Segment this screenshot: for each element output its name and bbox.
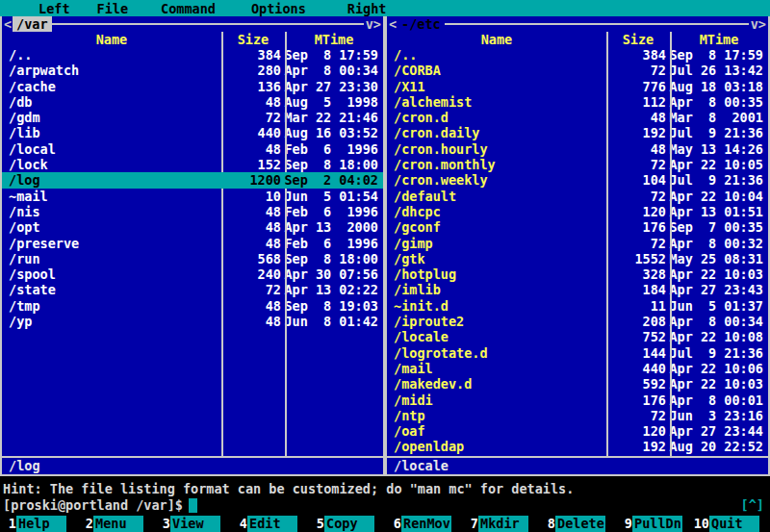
fkey-label: Delete xyxy=(555,516,605,532)
file-size: 48 xyxy=(221,314,281,329)
right-panel-path[interactable]: -/etc xyxy=(398,16,445,32)
border-line xyxy=(2,23,383,25)
file-size: 48 xyxy=(221,219,281,235)
mini-status: /log xyxy=(2,458,383,474)
column-header-mtime[interactable]: MTime xyxy=(670,32,768,47)
file-mtime: Jul 9 21:36 xyxy=(666,345,768,361)
file-row[interactable]: /gimp72Apr 8 00:32 xyxy=(387,236,768,251)
column-header-size[interactable]: Size xyxy=(606,32,670,47)
file-row[interactable]: /gconf176Sep 7 00:35 xyxy=(387,219,768,235)
fkey-edit-button[interactable]: 4Edit xyxy=(231,516,308,532)
file-mtime: Sep 8 18:00 xyxy=(281,157,383,172)
file-row[interactable]: /gtk1552May 25 08:31 xyxy=(387,251,768,266)
file-row[interactable]: /cache136Apr 27 23:30 xyxy=(2,79,383,94)
file-row[interactable]: /cron.hourly48May 13 14:26 xyxy=(387,141,768,157)
file-row[interactable]: /ntp72Jun 3 23:16 xyxy=(387,408,768,423)
fkey-mkdir-button[interactable]: 7Mkdir xyxy=(462,516,539,532)
file-name: /dhcpc xyxy=(387,204,606,219)
file-row[interactable]: /imlib184Apr 27 23:43 xyxy=(387,282,768,297)
file-row[interactable]: ~init.d11Jun 5 01:37 xyxy=(387,298,768,314)
fkey-number: 1 xyxy=(0,516,16,532)
column-header-name[interactable]: Name xyxy=(387,32,606,47)
fkey-delete-button[interactable]: 8Delete xyxy=(539,516,616,532)
fkey-menu-button[interactable]: 2Menu xyxy=(77,516,154,532)
fkey-number: 8 xyxy=(539,516,555,532)
file-row[interactable]: /run568Sep 8 18:00 xyxy=(2,251,383,266)
left-panel-path[interactable]: /var xyxy=(13,16,52,32)
file-size: 48 xyxy=(221,141,281,157)
file-row[interactable]: /yp48Jun 8 01:42 xyxy=(2,314,383,329)
file-size: 72 xyxy=(606,236,666,251)
file-mtime: Apr 22 10:03 xyxy=(666,376,768,392)
file-row[interactable]: /preserve48Feb 6 1996 xyxy=(2,236,383,251)
fkey-quit-button[interactable]: 10Quit xyxy=(693,516,770,532)
menu-right[interactable]: Right xyxy=(345,1,390,16)
fkey-help-button[interactable]: 1Help xyxy=(0,516,77,532)
file-row[interactable]: /tmp48Sep 8 19:03 xyxy=(2,298,383,314)
file-row[interactable]: /..384Sep 8 17:59 xyxy=(2,47,383,63)
file-row[interactable]: /db48Aug 5 1998 xyxy=(2,94,383,110)
file-row[interactable]: /hotplug328Apr 22 10:03 xyxy=(387,266,768,282)
file-row[interactable]: /X11776Aug 18 03:18 xyxy=(387,79,768,94)
file-row[interactable]: /lib440Aug 16 03:52 xyxy=(2,125,383,140)
file-row[interactable]: /cron.daily192Jul 9 21:36 xyxy=(387,125,768,140)
file-row[interactable]: /gdm72Mar 22 21:46 xyxy=(2,110,383,125)
column-header-name[interactable]: Name xyxy=(2,32,221,47)
file-row[interactable]: /cron.d48Mar 8 2001 xyxy=(387,110,768,125)
file-mtime: Feb 6 1996 xyxy=(281,236,383,251)
command-line[interactable]: [proski@portland /var]$ [^] xyxy=(0,496,770,514)
file-row[interactable]: /cron.monthly72Apr 22 10:05 xyxy=(387,157,768,172)
fkey-label: View xyxy=(170,516,220,532)
file-row[interactable]: /dhcpc120Apr 13 01:51 xyxy=(387,204,768,219)
file-row[interactable]: /opt48Apr 13 2000 xyxy=(2,219,383,235)
file-row[interactable]: /oaf120Apr 27 23:44 xyxy=(387,423,768,439)
column-header-size[interactable]: Size xyxy=(221,32,285,47)
file-row[interactable]: /CORBA72Jul 26 13:42 xyxy=(387,63,768,78)
fkey-pulldn-button[interactable]: 9PullDn xyxy=(616,516,693,532)
file-name: /cache xyxy=(2,79,221,94)
file-row[interactable]: /openldap192Aug 20 22:52 xyxy=(387,439,768,454)
file-mtime: Jul 26 13:42 xyxy=(666,63,768,78)
file-size: 280 xyxy=(221,63,281,78)
file-row[interactable]: /default72Apr 22 10:04 xyxy=(387,189,768,204)
scroll-up-indicator[interactable]: [^] xyxy=(741,497,764,513)
file-name: /logrotate.d xyxy=(387,345,606,361)
file-row[interactable]: /spool240Apr 30 07:56 xyxy=(2,266,383,282)
fkey-copy-button[interactable]: 5Copy xyxy=(308,516,385,532)
file-row-selected[interactable]: /log1200Sep 2 04:02 xyxy=(2,172,383,188)
file-size: 592 xyxy=(606,376,666,392)
column-headers: Name Size MTime xyxy=(387,32,768,47)
file-mtime: Apr 22 10:03 xyxy=(666,266,768,282)
file-row[interactable]: /nis48Feb 6 1996 xyxy=(2,204,383,219)
column-divider xyxy=(221,32,223,456)
menu-left[interactable]: Left xyxy=(36,1,73,16)
menu-file[interactable]: File xyxy=(94,1,132,16)
file-mtime: Apr 22 10:04 xyxy=(666,189,768,204)
file-row[interactable]: /iproute2208Apr 8 00:34 xyxy=(387,314,768,329)
menu-options[interactable]: Options xyxy=(248,1,309,16)
file-row[interactable]: /midi176Apr 8 00:01 xyxy=(387,393,768,408)
file-row[interactable]: /logrotate.d144Jul 9 21:36 xyxy=(387,345,768,361)
text-cursor xyxy=(189,498,197,513)
file-mtime: Mar 22 21:46 xyxy=(281,110,383,125)
fkey-view-button[interactable]: 3View xyxy=(154,516,231,532)
file-row[interactable]: /mail440Apr 22 10:06 xyxy=(387,361,768,376)
file-row[interactable]: /state72Apr 13 02:22 xyxy=(2,282,383,297)
file-name: /spool xyxy=(2,266,221,282)
menu-command[interactable]: Command xyxy=(158,1,218,16)
fkey-renmov-button[interactable]: 6RenMov xyxy=(385,516,462,532)
file-size: 1552 xyxy=(606,251,666,266)
file-row[interactable]: /arpwatch280Apr 8 00:34 xyxy=(2,63,383,78)
file-row[interactable]: /alchemist112Apr 8 00:35 xyxy=(387,94,768,110)
file-row[interactable]: /cron.weekly104Jul 9 21:36 xyxy=(387,172,768,188)
history-forward-icon[interactable]: v> xyxy=(749,16,768,32)
file-mtime: Apr 27 23:30 xyxy=(281,79,383,94)
file-row[interactable]: ~mail10Jun 5 01:54 xyxy=(2,189,383,204)
history-forward-icon[interactable]: v> xyxy=(364,16,383,32)
file-row[interactable]: /..384Sep 8 17:59 xyxy=(387,47,768,63)
file-row[interactable]: /lock152Sep 8 18:00 xyxy=(2,157,383,172)
file-row[interactable]: /locale752Apr 22 10:08 xyxy=(387,329,768,344)
column-header-mtime[interactable]: MTime xyxy=(285,32,383,47)
file-row[interactable]: /makedev.d592Apr 22 10:03 xyxy=(387,376,768,392)
file-row[interactable]: /local48Feb 6 1996 xyxy=(2,141,383,157)
